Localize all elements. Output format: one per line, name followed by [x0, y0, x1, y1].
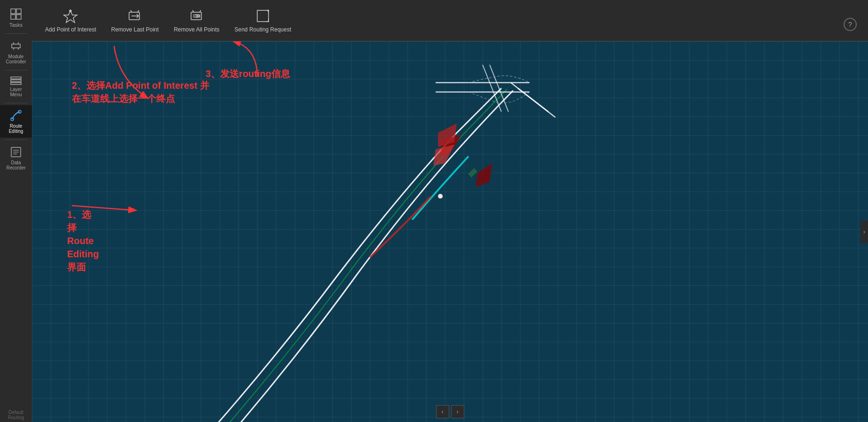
toolbar: Add Point of Interest Remove Last Point — [32, 0, 868, 41]
collapse-button[interactable]: › — [860, 221, 868, 243]
send-icon — [255, 8, 270, 23]
svg-marker-35 — [433, 145, 454, 166]
chevron-right-icon: › — [863, 229, 865, 235]
nav-next-button[interactable]: › — [451, 405, 464, 418]
sidebar-label-tasks: Tasks — [9, 22, 23, 28]
arrow-1-svg — [67, 192, 161, 220]
arrow-2-svg — [105, 41, 180, 102]
nav-prev-button[interactable]: ‹ — [436, 405, 449, 418]
sidebar-item-data-recorder[interactable]: Data Recorder — [0, 142, 32, 174]
chevron-left-icon: ‹ — [442, 408, 444, 415]
sidebar-item-layer-menu[interactable]: Layer Menu — [0, 72, 32, 101]
map-canvas[interactable]: 1、选择Route Editing界面 2、选择Add Point of Int… — [32, 41, 868, 422]
svg-rect-30 — [257, 10, 269, 22]
sidebar-item-module-controller[interactable]: Module Controller — [0, 36, 32, 68]
sidebar-divider-2 — [5, 70, 27, 70]
svg-line-39 — [72, 206, 135, 210]
svg-rect-38 — [468, 168, 477, 177]
svg-rect-4 — [12, 44, 20, 48]
add-point-label: Add Point of Interest — [45, 26, 96, 33]
road-overlay — [32, 41, 868, 422]
sidebar-divider-4 — [5, 139, 27, 140]
grid-icon — [9, 8, 23, 21]
svg-rect-0 — [11, 9, 15, 14]
svg-marker-37 — [438, 123, 457, 147]
arrow-3-svg — [220, 41, 314, 81]
remove-all-icon — [189, 8, 204, 23]
main-area: Add Point of Interest Remove Last Point — [32, 0, 868, 422]
data-icon — [9, 146, 23, 159]
sidebar-label-route-editing: Route Editing — [9, 123, 23, 134]
sidebar-divider-1 — [5, 33, 27, 34]
module-icon — [9, 39, 23, 53]
sidebar-label-data-recorder: Data Recorder — [6, 160, 25, 170]
route-icon — [9, 109, 23, 122]
remove-all-label: Remove All Points — [174, 26, 219, 33]
annotation-2: 2、选择Add Point of Interest 并 在车道线上选择一个终点 — [72, 79, 209, 105]
svg-marker-34 — [440, 135, 461, 156]
svg-rect-9 — [11, 77, 21, 79]
annotation-1-text: 1、选择Route Editing界面 — [67, 208, 99, 274]
remove-last-icon — [127, 8, 142, 23]
annotation-3-text: 3、发送routing信息 — [206, 67, 290, 80]
sidebar-item-route-editing[interactable]: Route Editing — [0, 105, 32, 138]
layer-icon — [9, 76, 23, 85]
svg-rect-3 — [16, 15, 21, 19]
annotation-3: 3、发送routing信息 — [206, 67, 290, 80]
svg-rect-11 — [11, 83, 21, 84]
send-routing-label: Send Routing Request — [235, 26, 292, 33]
send-routing-button[interactable]: Send Routing Request — [227, 2, 299, 39]
svg-rect-10 — [11, 80, 21, 82]
help-icon: ? — [848, 21, 852, 28]
remove-last-button[interactable]: Remove Last Point — [104, 2, 166, 39]
sidebar-label-layer-menu: Layer Menu — [10, 87, 22, 97]
svg-point-33 — [438, 194, 443, 199]
chevron-right-icon-2: › — [457, 408, 459, 415]
annotation-2-text: 2、选择Add Point of Interest 并 在车道线上选择一个终点 — [72, 79, 209, 105]
remove-all-button[interactable]: Remove All Points — [166, 2, 227, 39]
svg-rect-1 — [16, 9, 21, 14]
add-point-button[interactable]: Add Point of Interest — [38, 2, 104, 39]
sidebar-item-tasks[interactable]: Tasks — [0, 4, 32, 31]
sidebar: Tasks Module Controller Layer Menu Rout — [0, 0, 32, 422]
remove-last-label: Remove Last Point — [111, 26, 159, 33]
sidebar-label-module-controller: Module Controller — [6, 54, 26, 64]
sidebar-divider-3 — [5, 103, 27, 103]
svg-marker-36 — [476, 163, 492, 187]
help-button[interactable]: ? — [844, 18, 857, 31]
nav-buttons: ‹ › — [436, 405, 464, 418]
sidebar-bottom-label: Default Routing — [6, 408, 26, 422]
svg-rect-2 — [11, 15, 15, 19]
add-point-icon — [63, 8, 78, 23]
